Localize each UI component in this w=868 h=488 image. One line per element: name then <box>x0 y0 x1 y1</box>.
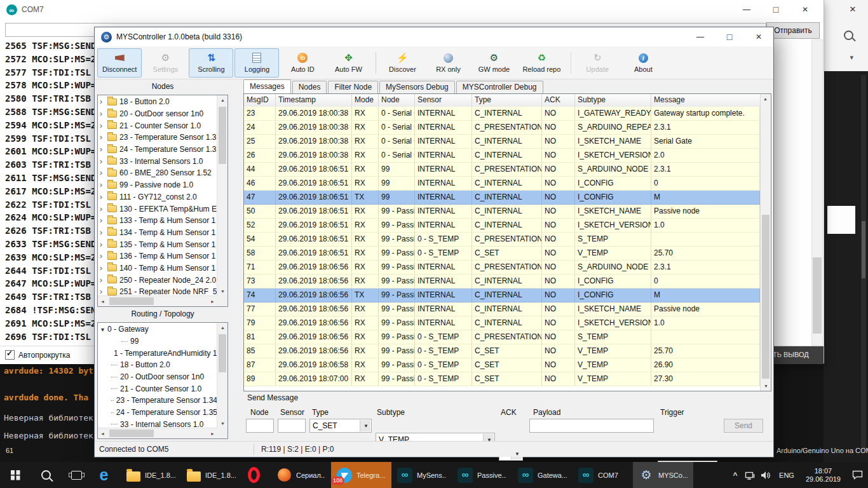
column-header[interactable]: Sensor <box>415 94 472 107</box>
task-view-button[interactable] <box>61 462 92 488</box>
tab-nodes[interactable]: Nodes <box>292 81 327 93</box>
close-icon[interactable] <box>790 0 820 19</box>
node-tree-item[interactable]: 135 - Temp & Hum Sensor 1 <box>98 238 217 250</box>
scrollbar[interactable] <box>811 39 823 346</box>
node-tree-item[interactable]: 133 - Temp & Hum Sensor 1 <box>98 215 217 227</box>
maximize-icon[interactable] <box>715 27 744 46</box>
toolbar-rx-only-button[interactable]: RX only <box>426 48 470 78</box>
toolbar-reload-repo-button[interactable]: Reload repo <box>517 48 566 78</box>
payload-field[interactable] <box>529 419 654 433</box>
scrollbar[interactable] <box>217 95 227 296</box>
toolbar-discover-button[interactable]: Discover <box>380 48 424 78</box>
routing-tree-item[interactable]: 0 - Gateway <box>98 323 217 336</box>
message-row[interactable]: 47 29.06.2019 18:06:51 TX 99 INTERNAL C_… <box>244 191 760 205</box>
scrollbar-thumb[interactable] <box>762 215 770 379</box>
node-tree-item[interactable]: 18 - Button 2.0 <box>98 96 217 108</box>
node-tree-item[interactable]: 134 - Temp & Hum Sensor 1 <box>98 227 217 239</box>
chevron-down-icon[interactable] <box>850 53 853 62</box>
taskbar-gateway[interactable]: Gatewa... <box>512 462 573 488</box>
toolbar-disconnect-button[interactable]: Disconnect <box>97 48 142 78</box>
tray-chevron-up-icon[interactable]: ^ <box>728 471 743 480</box>
node-tree-item[interactable]: 111 - GY712_const 2.0 <box>98 191 217 203</box>
toolbar-settings-button[interactable]: Settings <box>143 48 187 78</box>
expand-chevron-icon[interactable] <box>100 110 106 118</box>
scroll-right-icon[interactable] <box>208 297 217 306</box>
node-tree-item[interactable]: 21 - Counter Sensor 1.0 <box>98 119 217 132</box>
scroll-down-icon[interactable] <box>218 419 227 428</box>
toolbar-auto-id-button[interactable]: Auto ID <box>280 48 325 78</box>
column-header[interactable]: Subtype <box>575 94 651 107</box>
message-row[interactable]: 25 29.06.2019 18:00:38 RX 0 - Serial G I… <box>244 135 760 149</box>
scroll-up-icon[interactable] <box>218 323 227 332</box>
taskbar-passive[interactable]: Passive... <box>452 462 512 488</box>
routing-tree-item[interactable]: 18 - Button 2.0 <box>98 359 217 371</box>
message-row[interactable]: 73 29.06.2019 18:06:56 RX 99 - Passiv IN… <box>244 274 760 288</box>
node-tree-item[interactable]: 251 - Repeater Node NRF_51 <box>98 286 217 296</box>
node-field[interactable] <box>246 419 274 433</box>
toolbar-scrolling-button[interactable]: Scrolling <box>189 48 233 78</box>
column-header[interactable]: Type <box>472 94 542 107</box>
expand-chevron-icon[interactable] <box>100 181 106 189</box>
expand-chevron-icon[interactable] <box>100 276 106 284</box>
scrollbar-thumb[interactable] <box>109 430 154 437</box>
scrollbar[interactable] <box>861 75 866 453</box>
serial-monitor-titlebar[interactable]: COM7 <box>0 0 824 19</box>
routing-tree-item[interactable]: 24 - Temperature Sensor 1.35 <box>98 407 217 419</box>
taskbar-telegram[interactable]: 108 Telegra... <box>331 462 391 488</box>
expand-chevron-icon[interactable] <box>100 98 106 105</box>
node-tree-item[interactable]: 99 - Passive node 1.0 <box>98 179 217 191</box>
message-row[interactable]: 58 29.06.2019 18:06:51 RX 99 - Passiv 0 … <box>244 247 760 261</box>
scroll-right-icon[interactable] <box>208 429 217 438</box>
message-row[interactable]: 85 29.06.2019 18:06:56 RX 99 - Passiv 0 … <box>244 344 760 358</box>
action-center-icon[interactable] <box>846 470 868 480</box>
taskbar-ide-folder-1[interactable]: IDE_1.8... <box>121 462 181 488</box>
scrollbar-horizontal[interactable] <box>98 295 217 306</box>
tab-mysensors-debug[interactable]: MySensors Debug <box>379 81 455 93</box>
message-row[interactable]: 71 29.06.2019 18:06:56 RX 99 - Passiv IN… <box>244 261 760 274</box>
expand-chevron-icon[interactable] <box>100 205 106 213</box>
column-header[interactable]: Timestamp <box>276 94 352 107</box>
expand-chevron-icon[interactable] <box>100 169 106 177</box>
node-tree-item[interactable]: 250 - Repeater Node_24 2.0 <box>98 274 217 286</box>
expand-chevron-icon[interactable] <box>100 146 106 153</box>
scrollbar-thumb[interactable] <box>109 297 154 305</box>
expand-chevron-icon[interactable] <box>100 264 106 272</box>
toolbar-gw-mode-button[interactable]: GW mode <box>471 48 516 78</box>
node-tree-item[interactable]: 140 - Temp & Hum Sensor 1 <box>98 262 217 274</box>
expand-chevron-icon[interactable] <box>100 288 106 295</box>
expand-chevron-icon[interactable] <box>100 252 106 260</box>
scrollbar-thumb[interactable] <box>813 257 822 334</box>
toolbar-logging-button[interactable]: Logging <box>234 48 279 78</box>
routing-tree-item[interactable]: 1 - TemperatureAndHumidity 1.1 <box>98 347 217 359</box>
taskbar-opera[interactable] <box>241 462 271 488</box>
clock[interactable]: 18:07 29.06.2019 <box>800 467 846 484</box>
message-row[interactable]: 54 29.06.2019 18:06:51 RX 99 - Passiv 0 … <box>244 233 760 247</box>
message-row[interactable]: 26 29.06.2019 18:00:38 RX 0 - Serial G I… <box>244 149 760 163</box>
node-tree-item[interactable]: 33 - Internal Sensors 1.0 <box>98 155 217 167</box>
serial-send-button[interactable]: Отправить <box>766 22 820 39</box>
routing-tree-item[interactable]: 99 <box>98 336 217 348</box>
expand-chevron-icon[interactable] <box>100 193 106 201</box>
taskbar-mysensors[interactable]: MySens... <box>391 462 452 488</box>
scrollbar-thumb[interactable] <box>219 107 226 164</box>
expand-chevron-icon[interactable] <box>100 158 106 165</box>
routing-tree-item[interactable]: 21 - Counter Sensor 1.0 <box>98 383 217 395</box>
toolbar-about-button[interactable]: About <box>621 48 665 78</box>
scrollbar[interactable] <box>217 323 227 428</box>
node-tree-item[interactable]: 24 - Temperature Sensor 1.3 <box>98 144 217 156</box>
scrollbar-thumb[interactable] <box>862 221 865 278</box>
checkbox-checked-icon[interactable] <box>5 350 15 360</box>
taskbar-search-button[interactable] <box>31 462 61 488</box>
toolbar-update-button[interactable]: Update <box>575 48 620 78</box>
language-indicator[interactable]: ENG <box>773 471 800 479</box>
myscontroller-titlebar[interactable]: MYSController 1.0.0beta (build 3316) <box>95 27 773 46</box>
scroll-up-icon[interactable] <box>218 95 227 105</box>
minimize-icon[interactable] <box>686 27 715 46</box>
message-row[interactable]: 50 29.06.2019 18:06:51 RX 99 - Passive I… <box>244 205 760 219</box>
minimize-icon[interactable] <box>732 0 761 19</box>
column-header[interactable]: Mode <box>352 94 379 107</box>
expand-chevron-icon[interactable] <box>100 122 106 130</box>
scrollbar-horizontal[interactable] <box>98 428 217 438</box>
column-header[interactable]: Message <box>651 94 771 107</box>
network-icon[interactable] <box>743 471 758 480</box>
